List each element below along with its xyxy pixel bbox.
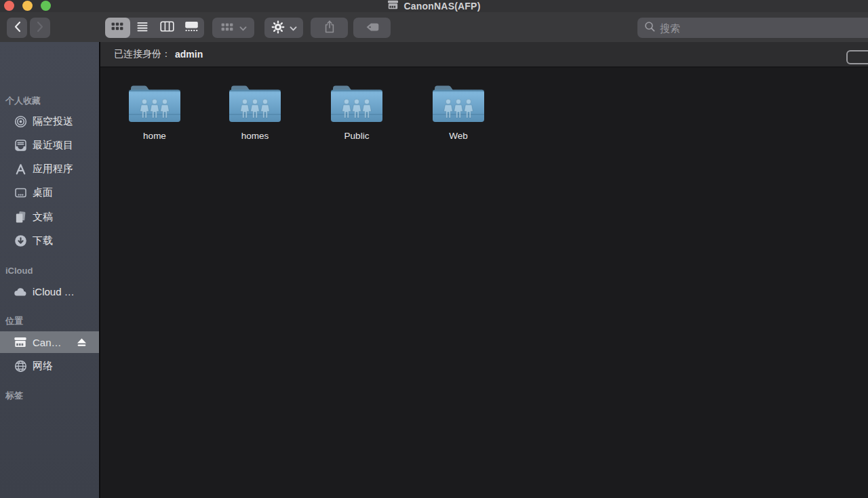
gear-icon xyxy=(271,20,285,36)
chevron-down-icon xyxy=(239,23,247,33)
sidebar-header-locations: 位置 xyxy=(5,315,23,327)
action-menu-button[interactable] xyxy=(264,18,303,38)
sidebar-item-label: 桌面 xyxy=(33,186,53,199)
view-mode-segmented-control xyxy=(105,18,204,38)
file-item[interactable]: home xyxy=(114,83,195,141)
sidebar-item-desktop[interactable]: 桌面 xyxy=(0,182,99,203)
sidebar-item-label: 应用程序 xyxy=(33,163,73,175)
icon-view-button[interactable] xyxy=(105,18,130,38)
title-bar: CanonNAS(AFP) xyxy=(0,0,868,12)
recents-tray-icon xyxy=(14,138,27,152)
shared-folder-icon xyxy=(431,83,486,127)
sidebar: 个人收藏 隔空投送 最近项目 xyxy=(0,42,99,498)
network-globe-icon xyxy=(14,359,27,373)
sidebar-item-icloud-drive[interactable]: iCloud … xyxy=(0,281,99,302)
sidebar-item-label: 隔空投送 xyxy=(33,115,73,128)
shared-folder-icon xyxy=(127,83,182,127)
group-grid-icon xyxy=(220,22,234,34)
sidebar-item-downloads[interactable]: 下载 xyxy=(0,230,99,251)
connection-status-label: 已连接身份： xyxy=(114,48,171,60)
search-field[interactable] xyxy=(637,18,868,38)
group-by-button[interactable] xyxy=(212,18,254,38)
airdrop-icon xyxy=(14,115,27,128)
chevron-left-icon xyxy=(14,21,21,35)
disconnect-button-partial[interactable] xyxy=(846,50,868,64)
search-input[interactable] xyxy=(660,22,850,34)
sidebar-item-documents[interactable]: 文稿 xyxy=(0,206,99,228)
sidebar-item-canonnas[interactable]: Can… xyxy=(0,331,99,353)
sidebar-item-label: 文稿 xyxy=(33,211,53,224)
toolbar xyxy=(0,12,868,42)
connected-user: admin xyxy=(175,49,203,60)
forward-button[interactable] xyxy=(30,18,50,38)
file-item[interactable]: Public xyxy=(316,83,397,141)
sidebar-header-icloud: iCloud xyxy=(5,266,33,276)
list-view-icon xyxy=(136,22,149,35)
file-name: Web xyxy=(449,131,468,141)
finder-window: CanonNAS(AFP) xyxy=(0,0,868,498)
file-name: Public xyxy=(344,131,370,141)
file-name: home xyxy=(143,131,166,141)
gallery-view-button[interactable] xyxy=(180,18,205,38)
applications-a-icon xyxy=(14,162,27,175)
downloads-arrow-icon xyxy=(14,234,27,247)
sidebar-item-label: 下载 xyxy=(33,234,53,247)
cloud-icon xyxy=(14,285,27,298)
documents-pages-icon xyxy=(14,210,27,224)
sidebar-item-recents[interactable]: 最近项目 xyxy=(0,134,99,156)
list-view-button[interactable] xyxy=(130,18,155,38)
column-view-button[interactable] xyxy=(155,18,180,38)
gallery-view-icon xyxy=(184,21,199,35)
tag-icon xyxy=(365,22,380,35)
file-item[interactable]: homes xyxy=(214,83,296,141)
sidebar-item-label: Can… xyxy=(33,337,62,348)
search-icon xyxy=(644,21,656,35)
sidebar-header-favorites: 个人收藏 xyxy=(5,95,41,107)
sidebar-item-airdrop[interactable]: 隔空投送 xyxy=(0,110,99,132)
nas-server-icon xyxy=(387,0,399,12)
chevron-down-icon xyxy=(290,23,297,33)
content-area: 已连接身份： admin xyxy=(100,42,868,498)
shared-folder-icon xyxy=(227,83,283,127)
connection-status-bar: 已连接身份： admin xyxy=(100,42,868,68)
sidebar-item-applications[interactable]: 应用程序 xyxy=(0,158,99,180)
window-title: CanonNAS(AFP) xyxy=(403,1,480,12)
grid-view-icon xyxy=(111,22,124,34)
chevron-right-icon xyxy=(37,21,44,35)
file-item[interactable]: Web xyxy=(418,83,499,141)
sidebar-item-network[interactable]: 网络 xyxy=(0,355,99,377)
nas-server-icon xyxy=(14,335,27,349)
column-view-icon xyxy=(160,21,174,35)
eject-icon[interactable] xyxy=(75,336,88,348)
sidebar-item-label: 最近项目 xyxy=(33,139,73,152)
sidebar-item-label: iCloud … xyxy=(33,286,75,297)
share-button[interactable] xyxy=(311,18,348,38)
sidebar-header-tags: 标签 xyxy=(5,390,23,402)
back-button[interactable] xyxy=(7,18,27,38)
share-icon xyxy=(323,20,336,36)
shared-folder-icon xyxy=(329,83,384,127)
desktop-window-icon xyxy=(14,186,27,199)
tag-button[interactable] xyxy=(353,18,391,38)
file-name: homes xyxy=(241,131,269,141)
sidebar-item-label: 网络 xyxy=(33,360,53,373)
